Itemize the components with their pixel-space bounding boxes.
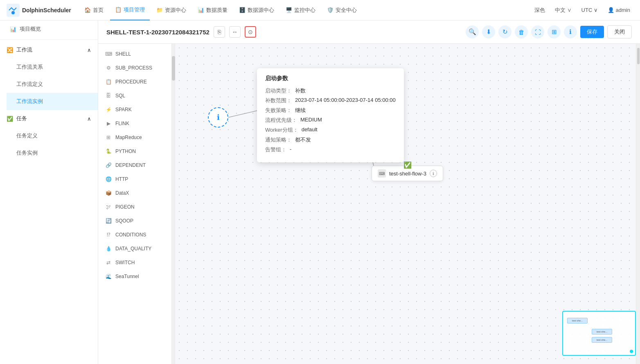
popup-label-6: 告警组： xyxy=(265,146,286,153)
main-layout: 📊 项目概览 🔀 工作流 ∧ 工作流关系 工作流定义 工作流实例 ✅ 任务 ∧ xyxy=(0,20,640,364)
nav-home[interactable]: 🏠 首页 xyxy=(79,0,108,20)
task-panel: ⌨ SHELL ⚙ SUB_PROCESS 📋 PROCEDURE 🗄 SQL … xyxy=(98,44,172,364)
task-item-pigeon[interactable]: 🕊 PIGEON xyxy=(98,200,171,214)
popup-row-2: 失败策略： 继续 xyxy=(265,107,396,114)
timezone-selector[interactable]: UTC ∨ xyxy=(578,7,601,13)
copy-button[interactable]: ⎘ xyxy=(214,26,225,38)
sidebar: 📊 项目概览 🔀 工作流 ∧ 工作流关系 工作流定义 工作流实例 ✅ 任务 ∧ xyxy=(0,20,98,364)
monitor-icon: 🖥️ xyxy=(286,7,292,13)
popup-label-5: 通知策略： xyxy=(265,136,292,144)
minimap-node-1: test-she... xyxy=(592,329,612,335)
nav-data-quality[interactable]: 📊 数据质量 xyxy=(193,0,232,20)
sidebar-item-project-overview[interactable]: 📊 项目概览 xyxy=(0,20,98,38)
nav-resource-center[interactable]: 📁 资源中心 xyxy=(151,0,191,20)
task-item-shell[interactable]: ⌨ SHELL xyxy=(98,47,171,61)
popup-label-3: 流程优先级： xyxy=(265,117,297,124)
logo-text: DolphinScheduler xyxy=(22,7,71,13)
info-action-button[interactable]: ℹ xyxy=(564,25,577,38)
sidebar-item-workflow-instance[interactable]: 工作流实例 xyxy=(7,93,98,110)
task-item-mapreduce[interactable]: ⊞ MapReduce xyxy=(98,130,171,144)
lang-selector[interactable]: 中文 ∨ xyxy=(552,7,575,14)
home-icon: 🏠 xyxy=(84,7,91,13)
conditions-icon: ⁉ xyxy=(105,231,112,238)
fullscreen-action-button[interactable]: ⛶ xyxy=(531,25,544,38)
sidebar-workflow-sub: 工作流关系 工作流定义 工作流实例 xyxy=(0,58,98,110)
project-overview-icon: 📊 xyxy=(10,26,16,32)
http-icon: 🌐 xyxy=(105,175,112,183)
popup-row-0: 启动类型： 补数 xyxy=(265,87,396,94)
workflow-actions: 🔍 ⬇ ↻ 🗑 ⛶ ⊞ ℹ 保存 关闭 xyxy=(466,25,632,38)
task-item-datax[interactable]: 📦 DataX xyxy=(98,186,171,200)
dependent-icon: 🔗 xyxy=(105,162,112,169)
flow-node-2[interactable]: ✅ ⌨ test-shell-flow-3 ℹ xyxy=(372,166,443,181)
node2-label: test-shell-flow-3 xyxy=(389,171,426,177)
workflow-canvas[interactable]: ℹ ✅ ⌨ test-shell-flow-2 ℹ ✅ ⌨ test-shell… xyxy=(175,44,640,364)
task-item-http[interactable]: 🌐 HTTP xyxy=(98,172,171,186)
task-item-subprocess[interactable]: ⚙ SUB_PROCESS xyxy=(98,61,171,75)
node2-task-icon: ⌨ xyxy=(378,169,386,178)
task-item-data-quality[interactable]: 💧 DATA_QUALITY xyxy=(98,242,171,256)
sidebar-task-sub: 任务定义 任务实例 xyxy=(0,127,98,162)
task-item-sqoop[interactable]: 🔄 SQOOP xyxy=(98,214,171,228)
popup-value-2: 继续 xyxy=(295,107,306,114)
nav-monitor[interactable]: 🖥️ 监控中心 xyxy=(281,0,320,20)
task-panel-scrollbar[interactable] xyxy=(172,44,175,364)
delete-action-button[interactable]: 🗑 xyxy=(515,25,528,38)
popup-row-6: 告警组： - xyxy=(265,146,396,153)
sidebar-item-workflow-relation[interactable]: 工作流关系 xyxy=(7,58,98,76)
popup-value-3: MEDIUM xyxy=(300,117,322,124)
logo: DolphinScheduler xyxy=(7,4,71,17)
task-item-conditions[interactable]: ⁉ CONDITIONS xyxy=(98,228,171,242)
flink-icon: ▶ xyxy=(105,120,112,127)
node2-info-button[interactable]: ℹ xyxy=(430,170,437,177)
nav-project-mgmt[interactable]: 📋 项目管理 xyxy=(110,0,150,20)
sql-icon: 🗄 xyxy=(105,92,112,99)
sidebar-section-workflow[interactable]: 🔀 工作流 ∧ xyxy=(0,41,98,58)
popup-value-1: 2023-07-14 05:00:00-2023-07-14 05:00:00 xyxy=(295,97,396,104)
user-menu[interactable]: 👤 admin xyxy=(604,7,633,13)
sidebar-item-workflow-definition[interactable]: 工作流定义 xyxy=(7,76,98,93)
popup-value-5: 都不发 xyxy=(295,136,311,144)
task-item-spark[interactable]: ⚡ SPARK xyxy=(98,103,171,117)
popup-row-5: 通知策略： 都不发 xyxy=(265,136,396,144)
sidebar-item-task-definition[interactable]: 任务定义 xyxy=(7,127,98,144)
download-action-button[interactable]: ⬇ xyxy=(482,25,495,38)
format-action-button[interactable]: ⊞ xyxy=(548,25,561,38)
start-node-icon: ℹ xyxy=(217,113,220,122)
nav-data-source[interactable]: 🗄️ 数据源中心 xyxy=(234,0,279,20)
task-item-switch[interactable]: ⇄ SWITCH xyxy=(98,256,171,270)
task-item-seatunnel[interactable]: 🌊 SeaTunnel xyxy=(98,270,171,283)
task-collapse-icon: ∧ xyxy=(87,116,91,122)
task-item-procedure[interactable]: 📋 PROCEDURE xyxy=(98,75,171,89)
procedure-icon: 📋 xyxy=(105,78,112,85)
close-button[interactable]: 关闭 xyxy=(607,25,632,38)
data-quality-task-icon: 💧 xyxy=(105,245,112,252)
spark-icon: ⚡ xyxy=(105,106,112,113)
canvas-scrollbar[interactable] xyxy=(636,44,640,364)
version-button[interactable]: ↔ xyxy=(229,26,241,38)
pigeon-icon: 🕊 xyxy=(105,203,112,211)
popup-row-4: Worker分组： default xyxy=(265,126,396,134)
task-item-dependent[interactable]: 🔗 DEPENDENT xyxy=(98,158,171,172)
task-item-sql[interactable]: 🗄 SQL xyxy=(98,89,171,103)
nav-security[interactable]: 🛡️ 安全中心 xyxy=(322,0,362,20)
popup-row-3: 流程优先级： MEDIUM xyxy=(265,117,396,124)
sidebar-item-task-instance[interactable]: 任务实例 xyxy=(7,144,98,162)
sidebar-section-task[interactable]: ✅ 任务 ∧ xyxy=(0,110,98,127)
workflow-collapse-icon: ∧ xyxy=(87,47,91,53)
workflow-header: SHELL-TEST-1-20230712084321752 ⎘ ↔ ⊙ 🔍 ⬇… xyxy=(98,20,640,44)
search-action-button[interactable]: 🔍 xyxy=(466,25,479,38)
node2-success-icon: ✅ xyxy=(403,161,412,169)
popup-label-2: 失败策略： xyxy=(265,107,292,114)
task-item-flink[interactable]: ▶ FLINK xyxy=(98,117,171,130)
refresh-action-button[interactable]: ↻ xyxy=(498,25,512,38)
start-params-button[interactable]: ⊙ xyxy=(245,26,256,38)
switch-icon: ⇄ xyxy=(105,259,112,266)
theme-toggle[interactable]: 深色 xyxy=(531,7,548,14)
security-icon: 🛡️ xyxy=(327,7,334,13)
task-item-python[interactable]: 🐍 PYTHON xyxy=(98,144,171,158)
save-button[interactable]: 保存 xyxy=(580,26,604,38)
start-node[interactable]: ℹ xyxy=(208,107,228,128)
popup-value-4: default xyxy=(302,126,318,134)
nav-right-section: 深色 中文 ∨ UTC ∨ 👤 admin xyxy=(531,7,633,14)
